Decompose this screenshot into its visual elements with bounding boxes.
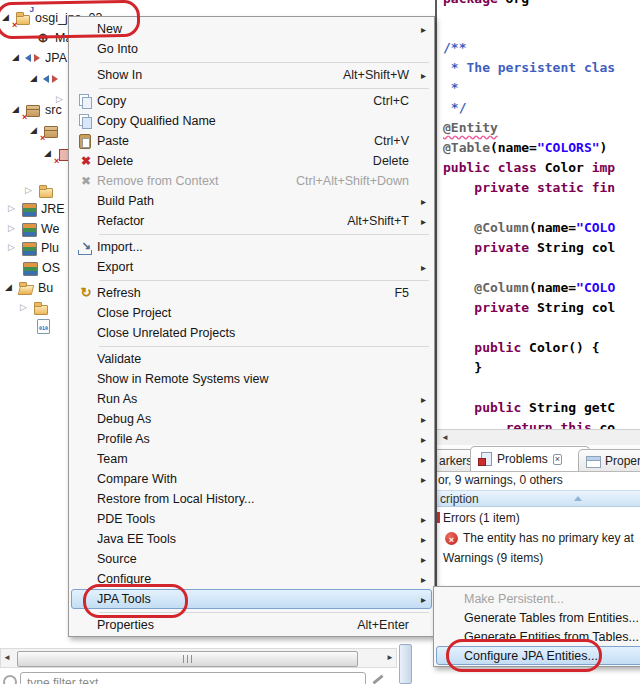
menu-icon-gutter bbox=[75, 371, 97, 387]
tab-problems[interactable]: Problems × bbox=[470, 446, 590, 471]
menu-item-label: New bbox=[97, 22, 122, 36]
explorer-horizontal-scrollbar[interactable]: ◄ ► bbox=[0, 648, 397, 668]
expander-collapsed-icon[interactable]: ▷ bbox=[8, 238, 21, 257]
menu-item-close-project[interactable]: Close Project bbox=[71, 303, 432, 323]
menu-item-validate[interactable]: Validate bbox=[71, 349, 432, 369]
menu-item-jpa-tools[interactable]: JPA Tools▸ bbox=[71, 589, 432, 609]
folder-icon bbox=[33, 300, 49, 316]
menu-item-configure[interactable]: Configure▸ bbox=[71, 569, 432, 589]
menu-item-label: Validate bbox=[97, 352, 141, 366]
filter-input[interactable] bbox=[20, 672, 366, 684]
menu-item-new[interactable]: New▸ bbox=[71, 19, 432, 39]
menu-item-shortcut: Ctrl+Alt+Shift+Down bbox=[296, 174, 414, 188]
expander-collapsed-icon[interactable]: ▷ bbox=[8, 219, 21, 238]
menu-item-pde-tools[interactable]: PDE Tools▸ bbox=[71, 509, 432, 529]
explorer-vertical-scrollbar[interactable] bbox=[399, 644, 412, 684]
scroll-left-icon[interactable]: ◄ bbox=[1, 649, 13, 667]
code-line: public class Color imp bbox=[443, 160, 615, 176]
menu-item-source[interactable]: Source▸ bbox=[71, 549, 432, 569]
scroll-left-icon[interactable]: ◄ bbox=[441, 433, 449, 442]
menu-item-properties[interactable]: PropertiesAlt+Enter bbox=[71, 615, 432, 635]
menu-icon-gutter bbox=[75, 531, 97, 547]
code-segment: Color bbox=[537, 160, 592, 175]
tab-properties[interactable]: Propert bbox=[578, 449, 640, 471]
submenu-item-label: Make Persistent... bbox=[464, 592, 564, 606]
menu-item-delete[interactable]: ✖DeleteDelete bbox=[71, 151, 432, 171]
problems-row-error-item[interactable]: × The entity has no primary key at bbox=[445, 529, 634, 547]
menu-icon-gutter bbox=[75, 471, 97, 487]
expander-open-icon[interactable]: ◢ bbox=[30, 69, 43, 88]
import-icon: ↘ bbox=[75, 239, 97, 255]
submenu-arrow-icon: ▸ bbox=[414, 534, 426, 545]
submenu-arrow-icon: ▸ bbox=[414, 394, 426, 405]
problems-summary: or, 9 warnings, 0 others bbox=[438, 473, 563, 487]
menu-item-remove-from-context[interactable]: ✖Remove from ContextCtrl+Alt+Shift+Down bbox=[71, 171, 432, 191]
expander-collapsed-icon[interactable]: ▷ bbox=[25, 181, 38, 200]
menu-item-shortcut: Delete bbox=[373, 154, 414, 168]
scroll-right-icon[interactable]: ► bbox=[384, 649, 396, 667]
menu-item-refresh[interactable]: ↻RefreshF5 bbox=[71, 283, 432, 303]
code-segment bbox=[443, 400, 474, 415]
remove-context-icon: ✖ bbox=[75, 173, 97, 189]
problems-icon bbox=[478, 452, 493, 466]
menu-item-label: Properties bbox=[97, 618, 154, 632]
menu-item-close-unrelated-projects[interactable]: Close Unrelated Projects bbox=[71, 323, 432, 343]
close-tab-icon[interactable]: × bbox=[553, 454, 562, 465]
context-menu: New▸Go IntoShow InAlt+Shift+W▸CopyCtrl+C… bbox=[68, 16, 435, 637]
description-column-header[interactable]: cription bbox=[437, 490, 640, 507]
menu-icon-gutter bbox=[75, 411, 97, 427]
submenu-item-generate-entities-from-tables[interactable]: Generate Entities from Tables... bbox=[436, 627, 640, 646]
scrollbar-thumb[interactable] bbox=[17, 651, 358, 667]
code-segment: @Column bbox=[474, 280, 529, 295]
code-segment: * The persistent clas bbox=[443, 60, 615, 75]
sort-ascending-icon bbox=[574, 496, 582, 501]
code-segment: "COLO bbox=[576, 220, 615, 235]
expander-collapsed-icon[interactable]: ▷ bbox=[20, 298, 33, 317]
menu-item-show-in-remote-systems-view[interactable]: Show in Remote Systems view bbox=[71, 369, 432, 389]
menu-item-refactor[interactable]: RefactorAlt+Shift+T▸ bbox=[71, 211, 432, 231]
menu-item-java-ee-tools[interactable]: Java EE Tools▸ bbox=[71, 529, 432, 549]
code-segment bbox=[443, 340, 474, 355]
expander-open-icon[interactable]: ◢ bbox=[12, 48, 25, 67]
menu-icon-gutter bbox=[75, 213, 97, 229]
library-icon bbox=[21, 201, 37, 217]
menu-icon-gutter bbox=[75, 491, 97, 507]
menu-icon-gutter bbox=[75, 617, 97, 633]
problems-row-warnings[interactable]: Warnings (9 items) bbox=[443, 549, 543, 567]
filter-clear-icon[interactable] bbox=[3, 675, 17, 684]
menu-item-show-in[interactable]: Show InAlt+Shift+W▸ bbox=[71, 65, 432, 85]
editor-horizontal-scrollbar[interactable]: ◄ bbox=[437, 429, 640, 445]
submenu-item-make-persistent[interactable]: Make Persistent... bbox=[436, 589, 640, 608]
menu-item-build-path[interactable]: Build Path▸ bbox=[71, 191, 432, 211]
menu-item-restore-from-local-history[interactable]: Restore from Local History... bbox=[71, 489, 432, 509]
menu-item-copy-qualified-name[interactable]: Copy Qualified Name bbox=[71, 111, 432, 131]
menu-icon-gutter bbox=[75, 259, 97, 275]
menu-item-paste[interactable]: PasteCtrl+V bbox=[71, 131, 432, 151]
menu-item-import[interactable]: ↘Import... bbox=[71, 237, 432, 257]
menu-item-run-as[interactable]: Run As▸ bbox=[71, 389, 432, 409]
submenu-item-configure-jpa-entities[interactable]: Configure JPA Entities... bbox=[436, 646, 640, 665]
menu-item-debug-as[interactable]: Debug As▸ bbox=[71, 409, 432, 429]
delete-icon: ✖ bbox=[75, 153, 97, 169]
expander-open-icon[interactable]: ◢ bbox=[5, 278, 18, 297]
tree-item-label: JPA bbox=[44, 51, 67, 65]
menu-item-copy[interactable]: CopyCtrl+C bbox=[71, 91, 432, 111]
submenu-item-generate-tables-from-entities[interactable]: Generate Tables from Entities... bbox=[436, 608, 640, 627]
menu-item-team[interactable]: Team▸ bbox=[71, 449, 432, 469]
panel-divider[interactable] bbox=[435, 0, 437, 650]
menu-item-go-into[interactable]: Go Into bbox=[71, 39, 432, 59]
code-segment: private bbox=[474, 240, 529, 255]
java-editor[interactable]: package org/** * The persistent clas * *… bbox=[437, 0, 640, 429]
problems-row-errors[interactable]: Errors (1 item) bbox=[443, 509, 520, 527]
code-segment: public bbox=[474, 400, 521, 415]
expander-collapsed-icon[interactable]: ▷ bbox=[8, 199, 21, 218]
menu-separator bbox=[71, 231, 432, 237]
menu-item-label: Import... bbox=[97, 240, 143, 254]
menu-item-profile-as[interactable]: Profile As▸ bbox=[71, 429, 432, 449]
menu-item-compare-with[interactable]: Compare With▸ bbox=[71, 469, 432, 489]
code-line: */ bbox=[443, 100, 466, 116]
menu-item-export[interactable]: Export▸ bbox=[71, 257, 432, 277]
scrollbar-grip-icon bbox=[183, 655, 192, 663]
jpa-icon bbox=[43, 71, 59, 87]
error-item-label: The entity has no primary key at bbox=[463, 531, 634, 545]
